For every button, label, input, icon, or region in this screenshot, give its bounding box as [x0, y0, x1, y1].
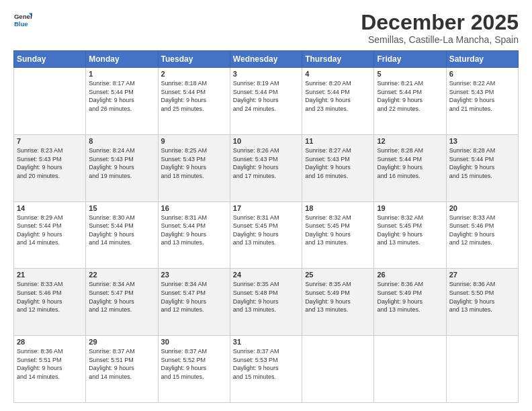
day-info: Sunrise: 8:33 AM Sunset: 5:46 PM Dayligh…	[17, 280, 83, 314]
day-number: 7	[17, 137, 83, 145]
day-info: Sunrise: 8:33 AM Sunset: 5:46 PM Dayligh…	[449, 214, 515, 247]
table-row: 24Sunrise: 8:35 AM Sunset: 5:48 PM Dayli…	[230, 269, 302, 336]
table-row: 11Sunrise: 8:27 AM Sunset: 5:43 PM Dayli…	[302, 134, 374, 201]
table-row: 23Sunrise: 8:34 AM Sunset: 5:47 PM Dayli…	[158, 269, 230, 336]
day-info: Sunrise: 8:22 AM Sunset: 5:43 PM Dayligh…	[449, 79, 515, 113]
table-row: 9Sunrise: 8:25 AM Sunset: 5:43 PM Daylig…	[158, 134, 230, 201]
day-number: 23	[161, 271, 227, 279]
day-number: 27	[449, 271, 515, 279]
day-number: 8	[89, 137, 154, 145]
table-row	[14, 68, 86, 135]
table-row	[374, 336, 446, 403]
day-info: Sunrise: 8:20 AM Sunset: 5:44 PM Dayligh…	[305, 79, 371, 113]
table-row: 21Sunrise: 8:33 AM Sunset: 5:46 PM Dayli…	[14, 269, 86, 336]
day-info: Sunrise: 8:36 AM Sunset: 5:50 PM Dayligh…	[449, 280, 515, 314]
day-number: 15	[89, 204, 154, 212]
day-info: Sunrise: 8:29 AM Sunset: 5:44 PM Dayligh…	[17, 214, 83, 247]
table-row: 10Sunrise: 8:26 AM Sunset: 5:43 PM Dayli…	[230, 134, 302, 201]
svg-text:General: General	[14, 13, 32, 20]
day-number: 21	[17, 271, 83, 279]
day-number: 12	[377, 137, 443, 145]
day-info: Sunrise: 8:36 AM Sunset: 5:49 PM Dayligh…	[377, 280, 443, 314]
day-number: 16	[161, 204, 227, 212]
day-number: 30	[161, 338, 227, 346]
col-tuesday: Tuesday	[158, 51, 230, 68]
logo-icon: General Blue	[13, 11, 32, 30]
day-info: Sunrise: 8:25 AM Sunset: 5:43 PM Dayligh…	[161, 146, 227, 180]
day-info: Sunrise: 8:19 AM Sunset: 5:44 PM Dayligh…	[233, 79, 299, 113]
table-row: 14Sunrise: 8:29 AM Sunset: 5:44 PM Dayli…	[14, 201, 86, 269]
table-row: 17Sunrise: 8:31 AM Sunset: 5:45 PM Dayli…	[230, 201, 302, 269]
day-number: 22	[89, 271, 154, 279]
col-saturday: Saturday	[446, 51, 518, 68]
day-info: Sunrise: 8:30 AM Sunset: 5:44 PM Dayligh…	[89, 214, 154, 247]
day-info: Sunrise: 8:35 AM Sunset: 5:49 PM Dayligh…	[305, 280, 371, 314]
title-area: December 2025 Semillas, Castille-La Manc…	[361, 11, 519, 45]
table-row: 3Sunrise: 8:19 AM Sunset: 5:44 PM Daylig…	[230, 68, 302, 135]
day-info: Sunrise: 8:32 AM Sunset: 5:45 PM Dayligh…	[377, 214, 443, 247]
table-row: 5Sunrise: 8:21 AM Sunset: 5:44 PM Daylig…	[374, 68, 446, 135]
table-row: 6Sunrise: 8:22 AM Sunset: 5:43 PM Daylig…	[446, 68, 518, 135]
day-info: Sunrise: 8:18 AM Sunset: 5:44 PM Dayligh…	[161, 79, 227, 113]
table-row: 7Sunrise: 8:23 AM Sunset: 5:43 PM Daylig…	[14, 134, 86, 201]
day-info: Sunrise: 8:34 AM Sunset: 5:47 PM Dayligh…	[161, 280, 227, 314]
day-number: 24	[233, 271, 299, 279]
day-info: Sunrise: 8:27 AM Sunset: 5:43 PM Dayligh…	[305, 146, 371, 180]
day-number: 10	[233, 137, 299, 145]
table-row: 15Sunrise: 8:30 AM Sunset: 5:44 PM Dayli…	[86, 201, 158, 269]
table-row: 16Sunrise: 8:31 AM Sunset: 5:44 PM Dayli…	[158, 201, 230, 269]
day-info: Sunrise: 8:17 AM Sunset: 5:44 PM Dayligh…	[89, 79, 154, 113]
col-monday: Monday	[86, 51, 158, 68]
table-row: 28Sunrise: 8:36 AM Sunset: 5:51 PM Dayli…	[14, 336, 86, 403]
day-number: 29	[89, 338, 154, 346]
day-number: 25	[305, 271, 371, 279]
day-number: 26	[377, 271, 443, 279]
day-info: Sunrise: 8:37 AM Sunset: 5:51 PM Dayligh…	[89, 347, 154, 381]
day-info: Sunrise: 8:23 AM Sunset: 5:43 PM Dayligh…	[17, 146, 83, 180]
day-number: 2	[161, 70, 227, 78]
day-info: Sunrise: 8:31 AM Sunset: 5:45 PM Dayligh…	[233, 214, 299, 247]
calendar-table: Sunday Monday Tuesday Wednesday Thursday…	[13, 50, 519, 403]
header: General Blue December 2025 Semillas, Cas…	[13, 11, 519, 45]
day-number: 13	[449, 137, 515, 145]
table-row: 27Sunrise: 8:36 AM Sunset: 5:50 PM Dayli…	[446, 269, 518, 336]
svg-text:Blue: Blue	[14, 20, 28, 28]
table-row: 18Sunrise: 8:32 AM Sunset: 5:45 PM Dayli…	[302, 201, 374, 269]
day-info: Sunrise: 8:31 AM Sunset: 5:44 PM Dayligh…	[161, 214, 227, 247]
table-row: 19Sunrise: 8:32 AM Sunset: 5:45 PM Dayli…	[374, 201, 446, 269]
logo: General Blue	[13, 11, 35, 30]
day-number: 3	[233, 70, 299, 78]
day-number: 18	[305, 204, 371, 212]
table-row: 8Sunrise: 8:24 AM Sunset: 5:43 PM Daylig…	[86, 134, 158, 201]
day-number: 4	[305, 70, 371, 78]
day-number: 28	[17, 338, 83, 346]
table-row: 25Sunrise: 8:35 AM Sunset: 5:49 PM Dayli…	[302, 269, 374, 336]
location: Semillas, Castille-La Mancha, Spain	[361, 34, 519, 45]
col-sunday: Sunday	[14, 51, 86, 68]
table-row: 31Sunrise: 8:37 AM Sunset: 5:53 PM Dayli…	[230, 336, 302, 403]
day-number: 31	[233, 338, 299, 346]
day-number: 19	[377, 204, 443, 212]
table-row	[302, 336, 374, 403]
day-number: 17	[233, 204, 299, 212]
table-row: 12Sunrise: 8:28 AM Sunset: 5:44 PM Dayli…	[374, 134, 446, 201]
day-info: Sunrise: 8:37 AM Sunset: 5:53 PM Dayligh…	[233, 347, 299, 381]
header-row: Sunday Monday Tuesday Wednesday Thursday…	[14, 51, 519, 68]
day-info: Sunrise: 8:32 AM Sunset: 5:45 PM Dayligh…	[305, 214, 371, 247]
day-number: 9	[161, 137, 227, 145]
day-info: Sunrise: 8:28 AM Sunset: 5:44 PM Dayligh…	[377, 146, 443, 180]
table-row: 1Sunrise: 8:17 AM Sunset: 5:44 PM Daylig…	[86, 68, 158, 135]
col-wednesday: Wednesday	[230, 51, 302, 68]
day-number: 5	[377, 70, 443, 78]
day-info: Sunrise: 8:21 AM Sunset: 5:44 PM Dayligh…	[377, 79, 443, 113]
day-info: Sunrise: 8:26 AM Sunset: 5:43 PM Dayligh…	[233, 146, 299, 180]
table-row: 30Sunrise: 8:37 AM Sunset: 5:52 PM Dayli…	[158, 336, 230, 403]
table-row: 13Sunrise: 8:28 AM Sunset: 5:44 PM Dayli…	[446, 134, 518, 201]
day-info: Sunrise: 8:35 AM Sunset: 5:48 PM Dayligh…	[233, 280, 299, 314]
day-info: Sunrise: 8:28 AM Sunset: 5:44 PM Dayligh…	[449, 146, 515, 180]
table-row: 22Sunrise: 8:34 AM Sunset: 5:47 PM Dayli…	[86, 269, 158, 336]
table-row: 29Sunrise: 8:37 AM Sunset: 5:51 PM Dayli…	[86, 336, 158, 403]
day-info: Sunrise: 8:37 AM Sunset: 5:52 PM Dayligh…	[161, 347, 227, 381]
page: General Blue December 2025 Semillas, Cas…	[0, 0, 532, 411]
day-number: 20	[449, 204, 515, 212]
